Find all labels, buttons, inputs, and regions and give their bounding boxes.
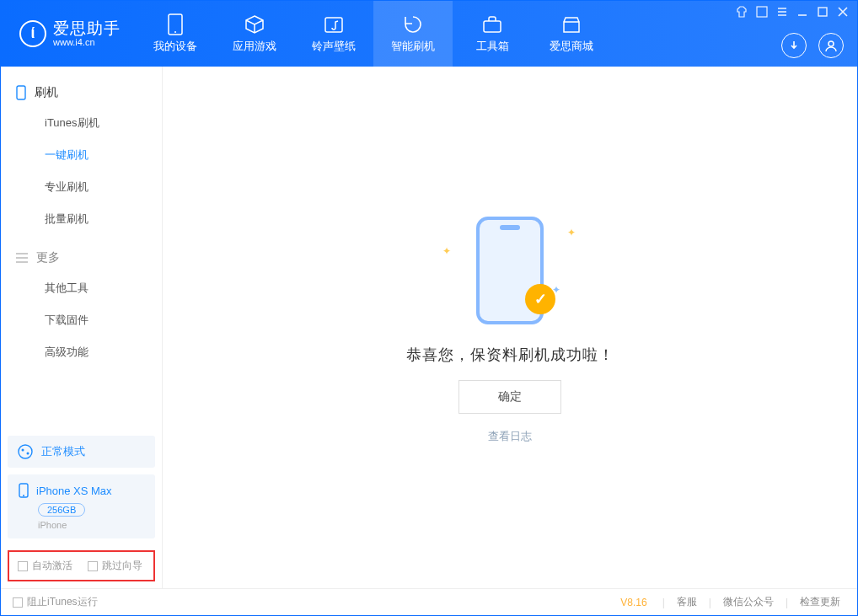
sidebar-section-flash: 刷机 [1, 78, 162, 107]
success-message: 恭喜您，保资料刷机成功啦！ [406, 345, 614, 365]
sparkle-icon: ✦ [442, 245, 451, 257]
device-name: iPhone XS Max [36, 485, 112, 497]
device-status[interactable]: iPhone XS Max 256GB iPhone [8, 474, 155, 538]
confirm-button[interactable]: 确定 [458, 380, 561, 414]
tab-smart-flash[interactable]: 智能刷机 [373, 1, 453, 67]
checkbox-label: 阻止iTunes运行 [27, 595, 98, 609]
minimize-icon[interactable] [796, 6, 808, 18]
tab-label: 工具箱 [476, 39, 509, 54]
sidebar-item-pro-flash[interactable]: 专业刷机 [1, 171, 162, 203]
svg-rect-3 [484, 21, 501, 32]
store-icon [560, 13, 582, 35]
tab-ringtones-wallpapers[interactable]: 铃声壁纸 [294, 1, 373, 67]
sidebar-item-batch-flash[interactable]: 批量刷机 [1, 203, 162, 235]
tab-label: 智能刷机 [391, 39, 435, 54]
app-title: 爱思助手 [53, 20, 121, 38]
music-folder-icon [323, 13, 345, 35]
sidebar-section-more: 更多 [1, 244, 162, 272]
device-icon [164, 13, 186, 35]
checkbox-auto-activate[interactable]: 自动激活 [18, 559, 72, 573]
toolbox-icon [481, 13, 503, 35]
svg-point-8 [19, 445, 32, 458]
window-controls [736, 6, 849, 18]
section-title: 更多 [36, 250, 60, 265]
feedback-icon[interactable] [756, 6, 768, 18]
checkbox-skip-guide[interactable]: 跳过向导 [88, 559, 142, 573]
tab-toolbox[interactable]: 工具箱 [453, 1, 532, 67]
app-logo: ί 爱思助手 www.i4.cn [1, 20, 136, 48]
sidebar-item-download-firmware[interactable]: 下载固件 [1, 304, 162, 336]
svg-rect-7 [17, 86, 25, 99]
device-type: iPhone [38, 520, 145, 530]
phone-icon [16, 85, 26, 100]
checkbox-icon [88, 561, 98, 571]
cube-icon [244, 13, 265, 35]
sparkle-icon: ✦ [567, 227, 576, 238]
svg-point-10 [27, 453, 29, 455]
menu-icon[interactable] [776, 6, 788, 18]
mode-label: 正常模式 [41, 444, 85, 459]
view-log-link[interactable]: 查看日志 [488, 429, 532, 444]
svg-point-12 [23, 495, 24, 496]
check-badge-icon: ✓ [525, 284, 555, 314]
tab-my-device[interactable]: 我的设备 [136, 1, 215, 67]
main-content: ✦ ✦ ✦ ✓ 恭喜您，保资料刷机成功啦！ 确定 查看日志 [163, 67, 857, 588]
checkbox-stop-itunes[interactable]: 阻止iTunes运行 [13, 595, 98, 609]
skin-icon[interactable] [736, 6, 748, 18]
refresh-shield-icon [402, 13, 424, 35]
list-icon [16, 253, 28, 263]
header-tabs: 我的设备 应用游戏 铃声壁纸 智能刷机 工具箱 爱思商城 [136, 1, 611, 67]
footer-link-update[interactable]: 检查更新 [795, 595, 845, 609]
device-icon [18, 483, 29, 498]
checkbox-label: 自动激活 [32, 559, 72, 573]
tab-label: 我的设备 [153, 39, 197, 54]
maximize-icon[interactable] [817, 6, 829, 18]
success-illustration: ✦ ✦ ✦ ✓ [434, 212, 586, 329]
options-highlight-box: 自动激活 跳过向导 [8, 550, 155, 581]
mode-status[interactable]: 正常模式 [8, 436, 155, 468]
tab-label: 应用游戏 [233, 39, 276, 54]
checkbox-icon [18, 561, 28, 571]
logo-icon: ί [19, 20, 46, 47]
device-capacity: 256GB [38, 503, 85, 517]
sidebar-item-other-tools[interactable]: 其他工具 [1, 272, 162, 304]
checkbox-label: 跳过向导 [102, 559, 142, 573]
app-url: www.i4.cn [53, 37, 121, 47]
svg-point-9 [22, 449, 24, 452]
sidebar-item-oneclick-flash[interactable]: 一键刷机 [1, 139, 162, 171]
user-button[interactable] [818, 33, 844, 58]
section-title: 刷机 [35, 85, 58, 100]
checkbox-icon [13, 597, 23, 608]
tab-label: 爱思商城 [550, 39, 593, 54]
close-icon[interactable] [837, 6, 849, 18]
footer-bar: 阻止iTunes运行 V8.16 | 客服 | 微信公众号 | 检查更新 [1, 588, 857, 615]
tab-label: 铃声壁纸 [312, 39, 356, 54]
tab-store[interactable]: 爱思商城 [532, 1, 611, 67]
sidebar: 刷机 iTunes刷机 一键刷机 专业刷机 批量刷机 更多 其他工具 下载固件 … [1, 67, 163, 588]
footer-link-support[interactable]: 客服 [672, 595, 702, 609]
mode-icon [18, 444, 33, 459]
svg-rect-5 [818, 8, 827, 16]
version-label: V8.16 [620, 597, 646, 608]
svg-point-1 [174, 31, 176, 33]
tab-apps-games[interactable]: 应用游戏 [215, 1, 294, 67]
footer-link-wechat[interactable]: 微信公众号 [718, 595, 779, 609]
header-bar: ί 爱思助手 www.i4.cn 我的设备 应用游戏 铃声壁纸 智能刷机 [1, 1, 857, 67]
download-button[interactable] [781, 33, 807, 58]
svg-point-6 [829, 41, 834, 46]
svg-rect-4 [757, 7, 767, 17]
sidebar-item-advanced[interactable]: 高级功能 [1, 336, 162, 368]
sidebar-item-itunes-flash[interactable]: iTunes刷机 [1, 107, 162, 139]
